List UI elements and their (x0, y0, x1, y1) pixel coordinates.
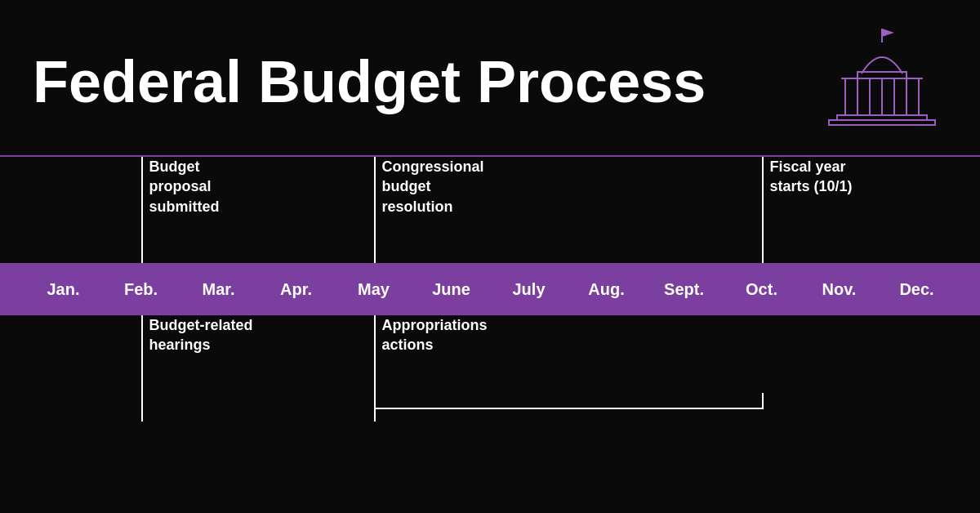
appropriations-label: Appropriationsactions (382, 315, 488, 355)
timeline-area: Budgetproposalsubmitted Congressionalbud… (0, 157, 980, 422)
labels-above: Budgetproposalsubmitted Congressionalbud… (0, 157, 980, 263)
month-mar: Mar. (180, 280, 257, 299)
month-oct: Oct. (723, 280, 800, 299)
labels-below: Budget-relatedhearings Appropriationsact… (0, 315, 980, 422)
label-appropriations: Appropriationsactions (374, 315, 488, 422)
label-budget-proposal: Budgetproposalsubmitted (141, 157, 220, 263)
header: Federal Budget Process (0, 0, 980, 157)
appropriations-span-line (374, 408, 762, 409)
month-feb: Feb. (102, 280, 180, 299)
appropriations-end-tick (762, 393, 764, 409)
page-title: Federal Budget Process (33, 52, 706, 111)
month-nov: Nov. (800, 280, 878, 299)
label-congressional-budget: Congressionalbudgetresolution (374, 157, 484, 263)
month-jan: Jan. (24, 280, 102, 299)
congressional-budget-label: Congressionalbudgetresolution (382, 157, 484, 216)
fiscal-year-label: Fiscal yearstarts (10/1) (770, 157, 853, 197)
month-may: May (335, 280, 412, 299)
month-july: July (490, 280, 568, 299)
label-budget-hearings: Budget-relatedhearings (141, 315, 253, 422)
month-aug: Aug. (568, 280, 645, 299)
svg-rect-2 (858, 72, 906, 78)
svg-marker-1 (882, 29, 894, 37)
month-dec: Dec. (878, 280, 956, 299)
month-bar: Jan. Feb. Mar. Apr. May June July Aug. S… (0, 263, 980, 315)
svg-rect-10 (829, 120, 935, 125)
budget-proposal-label: Budgetproposalsubmitted (149, 157, 220, 216)
label-fiscal-year: Fiscal yearstarts (10/1) (762, 157, 853, 263)
month-sept: Sept. (645, 280, 723, 299)
capitol-icon (817, 25, 947, 139)
month-june: June (412, 280, 490, 299)
budget-hearings-label: Budget-relatedhearings (149, 315, 253, 355)
month-apr: Apr. (257, 280, 335, 299)
